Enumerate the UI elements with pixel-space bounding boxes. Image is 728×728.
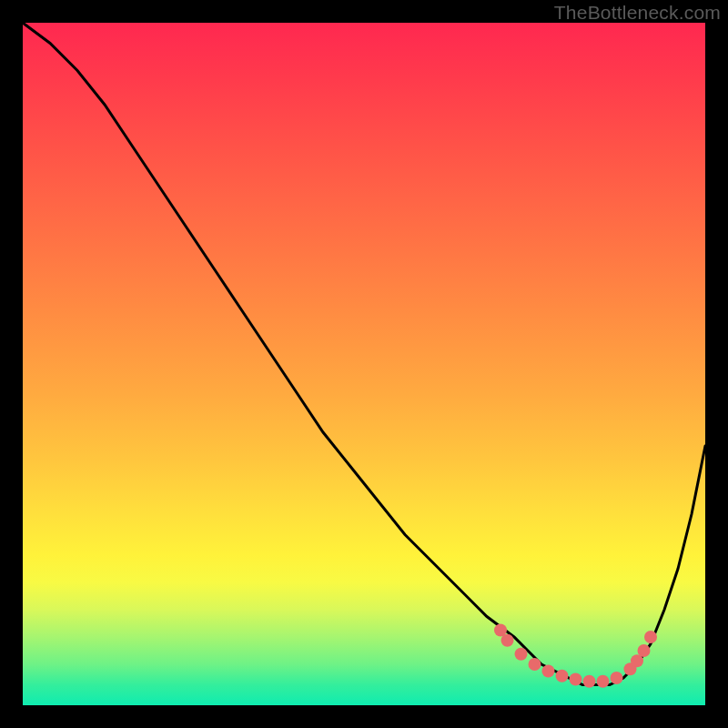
sweet-spot-dot bbox=[542, 665, 555, 678]
sweet-spot-dot bbox=[597, 675, 610, 688]
sweet-spot-dot bbox=[570, 673, 582, 686]
sweet-spot-dot bbox=[583, 675, 596, 688]
watermark-text: TheBottleneck.com bbox=[554, 2, 721, 24]
sweet-spot-dot bbox=[638, 644, 651, 657]
chart-stage: TheBottleneck.com bbox=[0, 0, 728, 728]
sweet-spot-dot bbox=[529, 658, 541, 671]
sweet-spot-dots bbox=[494, 624, 657, 688]
sweet-spot-dot bbox=[515, 648, 528, 661]
chart-svg bbox=[23, 23, 705, 705]
bottleneck-curve bbox=[23, 23, 705, 685]
sweet-spot-dot bbox=[556, 670, 569, 682]
chart-panel bbox=[23, 23, 705, 705]
sweet-spot-dot bbox=[611, 672, 623, 684]
sweet-spot-dot bbox=[644, 631, 657, 643]
sweet-spot-dot bbox=[501, 634, 514, 647]
